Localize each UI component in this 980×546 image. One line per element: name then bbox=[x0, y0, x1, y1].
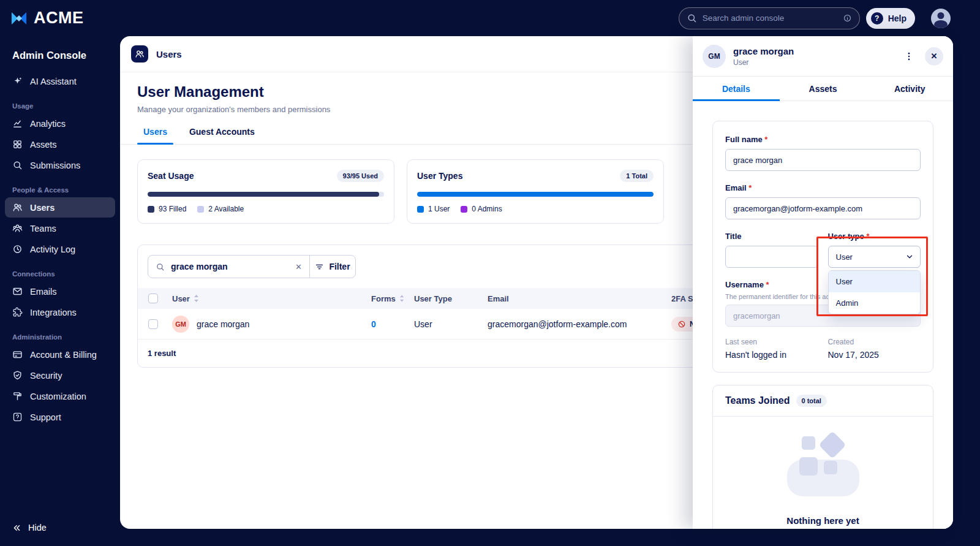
close-button[interactable]: ✕ bbox=[925, 47, 943, 66]
filter-icon bbox=[315, 262, 324, 271]
seat-usage-title: Seat Usage bbox=[148, 171, 194, 181]
tab-assets[interactable]: Assets bbox=[780, 77, 867, 100]
option-user[interactable]: User bbox=[829, 271, 921, 292]
avatar: GM bbox=[703, 45, 726, 68]
email-field: Email * bbox=[725, 182, 921, 219]
search-value: grace morgan bbox=[171, 262, 228, 271]
user-type-label: User type * bbox=[828, 232, 870, 241]
help-button[interactable]: ? Help bbox=[866, 8, 915, 29]
sort-icon bbox=[399, 294, 404, 303]
filter-button[interactable]: Filter bbox=[310, 256, 355, 278]
user-types-badge: 1 Total bbox=[620, 170, 654, 182]
tab-details[interactable]: Details bbox=[693, 77, 780, 100]
envelope-icon bbox=[12, 286, 23, 297]
person-icon bbox=[938, 12, 944, 19]
seat-usage-fill bbox=[148, 192, 379, 197]
user-search-box: grace morgan ✕ Filter bbox=[148, 255, 356, 278]
sidebar-item-users[interactable]: Users bbox=[5, 197, 115, 218]
users-crumb-icon bbox=[131, 45, 148, 63]
grid-icon bbox=[12, 139, 23, 150]
puzzle-icon bbox=[12, 307, 23, 317]
option-admin[interactable]: Admin bbox=[829, 292, 921, 314]
selected-value: User bbox=[836, 252, 853, 262]
account-avatar[interactable] bbox=[931, 9, 951, 28]
clear-search-icon[interactable]: ✕ bbox=[295, 262, 302, 271]
teams-joined-card: Teams Joined 0 total Nothing here yet Da… bbox=[712, 385, 933, 529]
sidebar-item-emails[interactable]: Emails bbox=[5, 281, 115, 301]
drawer-user-name: grace morgan bbox=[733, 46, 794, 56]
sidebar-item-activity-log[interactable]: Activity Log bbox=[5, 239, 115, 259]
select-all-checkbox[interactable] bbox=[148, 294, 158, 303]
tab-users[interactable]: Users bbox=[137, 121, 173, 144]
admin-search-input[interactable] bbox=[703, 13, 837, 23]
user-types-fill bbox=[417, 192, 654, 197]
legend-available: 2 Available bbox=[197, 205, 244, 213]
legend-dot bbox=[148, 206, 154, 213]
sort-icon bbox=[194, 294, 199, 303]
required-mark: * bbox=[866, 232, 869, 241]
chevron-down-icon bbox=[905, 252, 914, 261]
sidebar-item-ai-assistant[interactable]: AI Assistant bbox=[5, 71, 115, 91]
required-mark: * bbox=[748, 183, 752, 192]
column-email: Email bbox=[478, 294, 662, 303]
column-forms[interactable]: Forms bbox=[361, 294, 404, 303]
column-user-type: User Type bbox=[404, 294, 478, 303]
legend-users: 1 User bbox=[417, 205, 450, 213]
sidebar-item-security[interactable]: Security bbox=[5, 365, 115, 385]
forms-cell[interactable]: 0 bbox=[361, 319, 404, 329]
sidebar-item-analytics[interactable]: Analytics bbox=[5, 113, 115, 134]
forms-count-link[interactable]: 0 bbox=[371, 319, 376, 329]
username-label: Username * bbox=[725, 280, 769, 289]
topbar: ACME ? Help bbox=[0, 0, 980, 36]
paint-roller-icon bbox=[12, 391, 23, 401]
tab-activity[interactable]: Activity bbox=[866, 77, 953, 100]
sidebar-section-people-access: People & Access bbox=[12, 186, 108, 194]
user-type-cell: User bbox=[404, 319, 478, 329]
drawer-header: GM grace morgan User ✕ bbox=[693, 36, 953, 77]
row-checkbox[interactable] bbox=[148, 319, 158, 329]
brand-logo-icon bbox=[10, 9, 28, 28]
teams-icon bbox=[12, 223, 23, 233]
sidebar-title: Admin Console bbox=[12, 50, 108, 61]
sidebar-section-connections: Connections bbox=[12, 270, 108, 278]
admin-search[interactable] bbox=[679, 7, 860, 29]
info-icon bbox=[843, 13, 852, 23]
user-types-progress bbox=[417, 192, 654, 197]
user-type-select[interactable]: User bbox=[828, 246, 921, 268]
drawer-body: Full name * Email * Title User type * Us… bbox=[693, 101, 953, 529]
title-input[interactable] bbox=[725, 246, 818, 268]
tab-guest-accounts[interactable]: Guest Accounts bbox=[183, 121, 261, 144]
legend-admins: 0 Admins bbox=[461, 205, 502, 213]
email-label: Email * bbox=[725, 183, 752, 192]
column-user[interactable]: User bbox=[162, 294, 361, 303]
sidebar-item-integrations[interactable]: Integrations bbox=[5, 302, 115, 322]
seat-usage-card: Seat Usage 93/95 Used 93 Filled 2 Availa… bbox=[137, 159, 394, 224]
sidebar-section-usage: Usage bbox=[12, 102, 108, 110]
last-seen: Last seen Hasn't logged in bbox=[725, 338, 818, 360]
required-mark: * bbox=[766, 280, 769, 289]
user-search-input[interactable]: grace morgan ✕ bbox=[148, 256, 309, 278]
analytics-icon bbox=[12, 118, 23, 129]
sidebar-item-support[interactable]: Support bbox=[5, 407, 115, 427]
sidebar-item-assets[interactable]: Assets bbox=[5, 134, 115, 154]
email-input[interactable] bbox=[725, 197, 921, 219]
title-field: Title bbox=[725, 230, 818, 268]
legend-dot bbox=[197, 206, 204, 213]
drawer-tabs: Details Assets Activity bbox=[693, 77, 953, 101]
sidebar-item-submissions[interactable]: Submissions bbox=[5, 155, 115, 175]
teams-joined-title: Teams Joined bbox=[725, 395, 790, 406]
avatar: GM bbox=[172, 316, 189, 333]
full-name-input[interactable] bbox=[725, 149, 921, 171]
empty-state-illustration bbox=[783, 435, 863, 499]
sidebar: Admin Console AI Assistant Usage Analyti… bbox=[0, 36, 120, 546]
clock-icon bbox=[12, 244, 23, 254]
sidebar-hide-button[interactable]: Hide bbox=[5, 518, 54, 537]
user-cell[interactable]: GM grace morgan bbox=[162, 316, 361, 333]
brand: ACME bbox=[10, 9, 84, 28]
sidebar-item-customization[interactable]: Customization bbox=[5, 386, 115, 406]
sidebar-item-teams[interactable]: Teams bbox=[5, 218, 115, 238]
sidebar-section-administration: Administration bbox=[12, 333, 108, 341]
kebab-menu-button[interactable] bbox=[900, 48, 918, 65]
seat-usage-progress bbox=[148, 192, 384, 197]
sidebar-item-account-billing[interactable]: Account & Billing bbox=[5, 344, 115, 365]
